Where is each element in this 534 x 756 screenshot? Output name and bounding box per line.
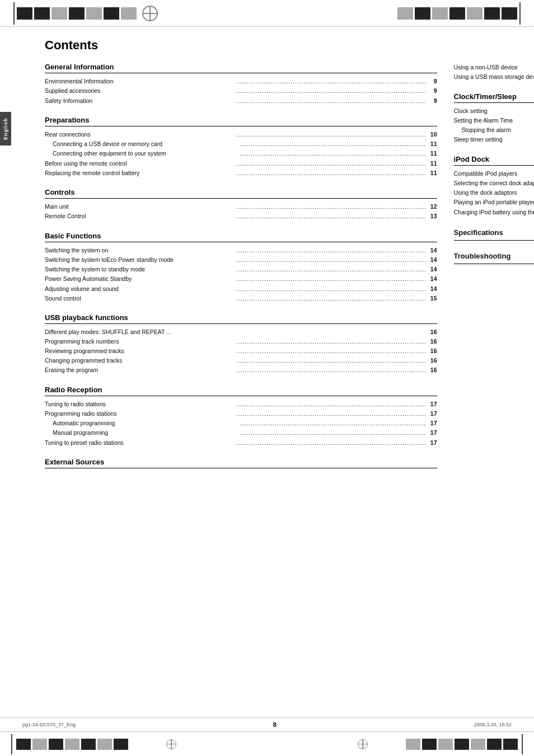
entry-text: Replacing the remote control battery bbox=[45, 168, 234, 177]
specifications-row: Specifications 22 bbox=[454, 227, 534, 241]
entry-page: 17 bbox=[427, 400, 437, 408]
section-title-preparations: Preparations bbox=[45, 116, 437, 126]
entry-dots bbox=[236, 212, 425, 221]
entry-text: Automatic programming bbox=[53, 419, 238, 428]
list-item: Selecting the correct dock adaptor 21 bbox=[454, 179, 534, 188]
entry-text: Tuning to preset radio stations bbox=[45, 438, 234, 447]
entry-text: Tuning to radio stations bbox=[45, 400, 234, 408]
bar-block-4 bbox=[69, 7, 85, 20]
bottom-block-r5 bbox=[471, 739, 485, 750]
list-item: Changing programmed tracks 16 bbox=[45, 356, 437, 365]
section-preparations: Preparations Rear connections 10 Connect… bbox=[45, 116, 437, 178]
entry-dots bbox=[236, 274, 425, 284]
bottom-block-2 bbox=[32, 739, 47, 750]
entry-page: 9 bbox=[427, 96, 437, 105]
list-item: Power Saving Automatic Standby 14 bbox=[45, 274, 437, 284]
section-title-general-information: General Information bbox=[45, 63, 437, 73]
entry-dots bbox=[236, 365, 425, 375]
entry-text: Reviewing programmed tracks bbox=[45, 346, 234, 355]
entry-text: Using the dock adaptors bbox=[454, 188, 534, 197]
top-bar-right-blocks bbox=[397, 7, 517, 20]
section-ipod-dock: iPod Dock Compatible iPod players 21 Sel… bbox=[454, 155, 534, 217]
entry-dots bbox=[236, 356, 425, 365]
entry-page: 16 bbox=[427, 356, 437, 365]
bar-block-r3 bbox=[432, 7, 448, 20]
list-item: Switching the system on 14 bbox=[45, 246, 437, 255]
entry-text: Rear connections bbox=[45, 130, 234, 139]
list-item: Before using the remote control 11 bbox=[45, 159, 437, 168]
entry-page: 11 bbox=[427, 159, 437, 168]
crosshair-top-center bbox=[142, 6, 158, 21]
vert-line-right bbox=[519, 2, 521, 25]
list-item: Tuning to preset radio stations 17 bbox=[45, 438, 437, 448]
list-item: Sleep timer setting 20 bbox=[454, 135, 534, 144]
section-troubleshooting: Troubleshooting 23 bbox=[454, 251, 534, 264]
entry-text: Sleep timer setting bbox=[454, 135, 534, 144]
list-item: Remote Control 13 bbox=[45, 212, 437, 221]
section-external-sources: External Sources bbox=[45, 458, 437, 468]
entry-text: Switching the system toEco Power standby… bbox=[45, 255, 234, 264]
bottom-block-5 bbox=[81, 739, 96, 750]
list-item: Tuning to radio stations 17 bbox=[45, 400, 437, 409]
bottom-block-r6 bbox=[487, 739, 502, 750]
entry-page: 16 bbox=[427, 346, 437, 355]
page-title: Contents bbox=[45, 38, 512, 53]
entry-page: 14 bbox=[427, 246, 437, 255]
entry-dots bbox=[240, 149, 425, 158]
entry-text: Power Saving Automatic Standby bbox=[45, 274, 234, 283]
entry-page: 14 bbox=[427, 274, 437, 283]
footer-left: pg1-24-DC570_37_Eng bbox=[22, 722, 76, 727]
entry-page: 17 bbox=[427, 419, 437, 428]
list-item: Clock setting 20 bbox=[454, 106, 534, 116]
entry-page: 14 bbox=[427, 255, 437, 264]
list-item: Using the dock adaptors 21 bbox=[454, 188, 534, 198]
top-decorative-bar bbox=[0, 0, 534, 27]
section-usb-playback: USB playback functions Different play mo… bbox=[45, 313, 437, 375]
entry-dots bbox=[240, 428, 425, 438]
left-column: General Information Environmental Inform… bbox=[45, 63, 437, 478]
entry-dots bbox=[236, 96, 425, 106]
list-item: Setting the Alarm Time 20 bbox=[454, 116, 534, 125]
entry-page: 17 bbox=[427, 409, 437, 418]
list-item: Rear connections 10 bbox=[45, 130, 437, 139]
bottom-block-6 bbox=[97, 739, 112, 750]
entry-page: 17 bbox=[427, 438, 437, 447]
bottom-block-r3 bbox=[438, 739, 453, 750]
list-item: Compatible iPod players 21 bbox=[454, 169, 534, 179]
section-clock-timer-sleep: Clock/Timer/Sleep Clock setting 20 Setti… bbox=[454, 92, 534, 145]
entry-text: Using a non-USB device bbox=[454, 63, 534, 72]
list-item: Main unit 12 bbox=[45, 202, 437, 212]
entry-text: Connecting other equipment to your syste… bbox=[53, 149, 238, 158]
entry-dots bbox=[236, 400, 425, 409]
entry-dots bbox=[236, 130, 425, 139]
entry-page: 16 bbox=[427, 337, 437, 346]
section-title-specifications: Specifications bbox=[454, 227, 534, 238]
entry-page: 16 bbox=[427, 327, 437, 336]
list-item: Automatic programming 17 bbox=[45, 419, 437, 428]
bottom-block-1 bbox=[16, 739, 31, 750]
list-item: Connecting a USB device or memory card 1… bbox=[45, 139, 437, 149]
list-item: Switching the system to standby mode 14 bbox=[45, 265, 437, 274]
bottom-block-r1 bbox=[406, 739, 420, 750]
section-title-controls: Controls bbox=[45, 188, 437, 199]
list-item: Supplied accessories 9 bbox=[45, 86, 437, 96]
bottom-block-r4 bbox=[455, 739, 469, 750]
entry-page: 14 bbox=[427, 265, 437, 274]
bar-block-r5 bbox=[467, 7, 483, 20]
section-controls: Controls Main unit 12 Remote Control 13 bbox=[45, 188, 437, 222]
vert-line-left bbox=[13, 2, 15, 25]
bar-block-6 bbox=[104, 7, 119, 20]
bottom-decorative-bar bbox=[0, 731, 534, 756]
entry-dots bbox=[236, 337, 425, 346]
entry-page: 11 bbox=[427, 149, 437, 158]
entry-dots bbox=[240, 419, 425, 428]
entry-page: 10 bbox=[427, 130, 437, 139]
entry-text: Different play modes: SHUFFLE and REPEAT… bbox=[45, 327, 236, 336]
section-radio-reception: Radio Reception Tuning to radio stations… bbox=[45, 386, 437, 448]
crosshair-right-bottom bbox=[353, 739, 372, 749]
bottom-bar-content bbox=[0, 734, 128, 754]
right-column: Using a non-USB device 18 Using a USB ma… bbox=[454, 63, 534, 478]
list-item: Safety Information 9 bbox=[45, 96, 437, 106]
list-item: Adjusting volume and sound 14 bbox=[45, 284, 437, 294]
list-item: Switching the system toEco Power standby… bbox=[45, 255, 437, 265]
